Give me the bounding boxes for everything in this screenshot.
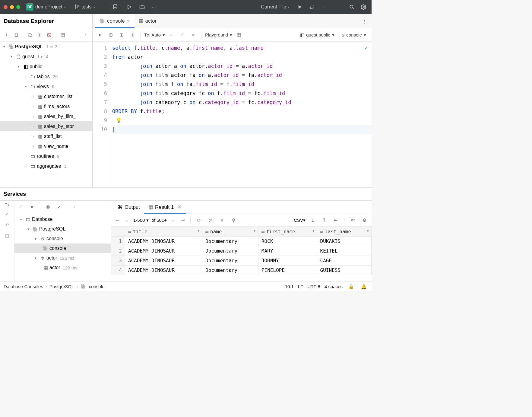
copy-ddl-icon[interactable] — [12, 31, 21, 39]
svc-node-actor-leaf[interactable]: ▦actor126 ms — [14, 263, 111, 272]
view-grid-icon[interactable] — [235, 31, 243, 39]
page-range[interactable]: 1-500 ▾ — [133, 218, 149, 223]
schema-selector[interactable]: ◧ guest.public▾ — [298, 31, 337, 39]
vcs-branch[interactable]: tests ▾ — [72, 2, 97, 11]
settings-icon[interactable] — [359, 3, 368, 11]
tree-node-aggregates[interactable]: ›🗀 aggregates 1 — [0, 161, 92, 171]
more-icon[interactable]: ⋯ — [150, 3, 158, 11]
filter-settings-icon[interactable] — [35, 31, 44, 39]
prev-page-icon[interactable]: ‹ — [124, 218, 130, 223]
svc-node-console-session[interactable]: ▾⎋console — [14, 234, 111, 244]
intention-bulb-icon[interactable]: 💡 — [116, 116, 122, 125]
tab-output[interactable]: ⌘Output — [113, 201, 144, 214]
col-header-first-name[interactable]: ▭first_name◆ — [258, 227, 317, 237]
run-icon[interactable] — [296, 3, 304, 11]
svc-node-actor-session[interactable]: ▾⎋actor126 ms — [14, 253, 111, 263]
playground-mode[interactable]: Playground▾ — [205, 32, 232, 38]
tree-node-public[interactable]: ▾◧ public — [0, 62, 92, 72]
close-icon[interactable]: ✕ — [177, 204, 182, 210]
results-grid[interactable]: ▭title◆ ▭name◆ ▭first_name◆ ▭last_name◆ … — [111, 227, 372, 282]
first-page-icon[interactable]: ⇤ — [114, 218, 121, 223]
project-selector[interactable]: DP demoProject ▾ — [24, 2, 68, 12]
expand-icon[interactable]: › — [81, 31, 90, 39]
line-separator[interactable]: LF — [298, 284, 303, 289]
open-external-icon[interactable]: ↗ — [55, 203, 63, 211]
tree-node-tables[interactable]: ›🗀 tables 29 — [0, 72, 92, 81]
tree-node-view[interactable]: ›▦sales_by_film_ — [0, 111, 92, 121]
data-editor-icon[interactable] — [59, 31, 67, 39]
tab-result-1[interactable]: ▦Result 1✕ — [144, 201, 186, 214]
indent-setting[interactable]: 4 spaces — [325, 284, 343, 289]
layout-icon[interactable]: ◫ — [3, 231, 11, 240]
session-selector[interactable]: ⎋ console▾ — [339, 31, 369, 39]
svc-node-console[interactable]: 🐘console — [14, 244, 111, 253]
table-row[interactable]: 4ACADEMY DINOSAURDocumentaryPENELOPEGUIN… — [111, 266, 372, 275]
tree-node-view[interactable]: ›▦staff_list — [0, 131, 92, 141]
commit-icon[interactable]: ✓ — [167, 31, 176, 39]
tree-node-view[interactable]: ›▦view_name — [0, 141, 92, 151]
explain-icon[interactable] — [117, 31, 126, 39]
table-row[interactable]: 3ACADEMY DINOSAURDocumentaryJOHNNYCAGE — [111, 256, 372, 266]
last-page-icon[interactable]: ⇥ — [179, 218, 186, 223]
table-row[interactable]: 1ACADEMY DINOSAURDocumentaryROCKDUKAKIS — [111, 237, 372, 246]
download-icon[interactable]: ⤓ — [309, 216, 317, 224]
code-editor[interactable]: 12345678910 ✓ select f.title, c.name, a.… — [93, 42, 372, 187]
tree-node-view[interactable]: ›▦sales_by_stor — [0, 121, 92, 131]
next-page-icon[interactable]: › — [170, 218, 176, 223]
breadcrumb[interactable]: Database Consoles› PostgreSQL› 🐘 console — [4, 284, 104, 289]
eye-icon[interactable] — [44, 203, 52, 211]
col-header-last-name[interactable]: ▭last_name◆ — [317, 227, 371, 237]
database-tool-icon[interactable] — [110, 2, 120, 12]
pin-icon[interactable]: ⚲ — [229, 216, 238, 224]
collapse-up-icon[interactable]: ⌃ — [17, 203, 25, 211]
check-icon[interactable]: ✓ — [3, 210, 11, 218]
history-icon[interactable] — [106, 31, 115, 39]
tab-console[interactable]: 🐘 console ✕ — [95, 14, 135, 28]
minimize-window[interactable] — [10, 5, 14, 9]
encoding[interactable]: UTF-8 — [307, 284, 320, 289]
add-session-icon[interactable]: ＋ — [71, 203, 79, 211]
debug-icon[interactable] — [308, 3, 316, 11]
import-icon[interactable]: ⇤ — [331, 216, 340, 224]
close-icon[interactable]: ✕ — [28, 203, 36, 211]
timer-icon[interactable]: ◷ — [206, 216, 215, 224]
svc-node-postgresql[interactable]: ▾🐘PostgreSQL — [14, 224, 111, 234]
view-mode-icon[interactable]: 👁 — [349, 216, 357, 224]
settings-small-icon[interactable] — [128, 31, 137, 39]
tree-node-guest[interactable]: ▾ guest 1 of 4 — [0, 52, 92, 62]
notifications-icon[interactable]: 🔔 — [359, 282, 368, 291]
close-window[interactable] — [4, 5, 8, 9]
maximize-window[interactable] — [16, 5, 20, 9]
no-problems-icon[interactable]: ✓ — [365, 43, 368, 53]
search-icon[interactable] — [347, 3, 356, 11]
undo-icon[interactable]: ↶ — [3, 221, 11, 229]
rollback-icon[interactable]: ↶ — [178, 31, 187, 39]
caret-position[interactable]: 10:1 — [285, 284, 294, 289]
execute-icon[interactable] — [96, 31, 104, 39]
svc-node-database[interactable]: ▾🗀Database — [14, 215, 111, 224]
tab-actor[interactable]: ▦ actor — [135, 14, 161, 28]
more-actions-icon[interactable]: ⋮ — [320, 3, 328, 11]
col-header-title[interactable]: ▭title◆ — [125, 227, 202, 237]
tree-node-routines[interactable]: ›🗀 routines 9 — [0, 151, 92, 161]
cancel-query-icon[interactable]: ■ — [189, 31, 198, 39]
run-config-selector[interactable]: Current File ▾ — [258, 3, 292, 11]
tree-node-views[interactable]: ▾🗀 views 6 — [0, 81, 92, 91]
result-settings-icon[interactable]: ⚙ — [360, 216, 369, 224]
stop-icon[interactable]: ■ — [218, 216, 226, 224]
open-file-icon[interactable] — [138, 3, 146, 11]
code-content[interactable]: ✓ select f.title, c.name, a.first_name, … — [110, 42, 372, 187]
table-row[interactable]: 2ACADEMY DINOSAURDocumentaryMARYKEITEL — [111, 246, 372, 256]
lock-icon[interactable]: 🔒 — [347, 282, 355, 291]
tx-mode[interactable]: Tx: Auto▾ — [144, 32, 165, 38]
reload-icon[interactable]: ⟳ — [195, 216, 203, 224]
export-format[interactable]: CSV▾ — [294, 218, 306, 223]
add-icon[interactable] — [2, 31, 11, 39]
stop-debug-icon[interactable] — [124, 2, 134, 12]
tree-node-postgresql[interactable]: ▾🐘 PostgreSQL 1 of 3 — [0, 42, 92, 52]
refresh-icon[interactable] — [26, 31, 34, 39]
tree-node-view[interactable]: ›▦films_actors — [0, 101, 92, 111]
tab-more-icon[interactable]: ⋮ — [360, 18, 369, 26]
close-icon[interactable]: ✕ — [127, 19, 130, 24]
tree-node-view[interactable]: ›▦customer_list — [0, 91, 92, 101]
